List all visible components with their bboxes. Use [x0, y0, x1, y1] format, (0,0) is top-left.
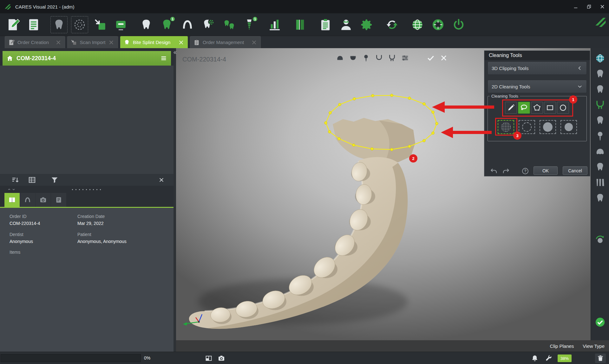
- clamp-pins-icon: [388, 54, 396, 62]
- articulator-button[interactable]: [374, 53, 384, 63]
- synchronize-button[interactable]: [383, 16, 401, 33]
- material-library-button[interactable]: [291, 16, 309, 33]
- tab-close-icon[interactable]: [251, 39, 257, 46]
- line-tool-button[interactable]: [505, 102, 517, 114]
- ok-button[interactable]: OK: [534, 166, 558, 175]
- implant-editor-button[interactable]: 1: [241, 16, 258, 33]
- tab-order-creation[interactable]: Order Creation: [5, 36, 65, 48]
- sort-icon[interactable]: [11, 176, 19, 184]
- split-view-icon[interactable]: [205, 354, 213, 362]
- remove-inside-button[interactable]: [519, 120, 535, 134]
- help-icon[interactable]: ?: [521, 167, 529, 175]
- tab-arch-info[interactable]: [20, 193, 35, 207]
- lasso-tool-button[interactable]: [518, 102, 530, 114]
- order-tree-area[interactable]: [0, 66, 174, 174]
- globe-icon: [411, 18, 424, 31]
- keep-outside-button[interactable]: [540, 120, 556, 134]
- tools-icon[interactable]: [545, 354, 553, 362]
- tab-photos[interactable]: [36, 193, 51, 207]
- orbit-icon: [595, 53, 606, 64]
- tab-close-icon[interactable]: [108, 39, 115, 46]
- shade-view-button[interactable]: [594, 176, 606, 189]
- tooth-view-5-button[interactable]: [594, 161, 606, 173]
- rotate-view-button[interactable]: [594, 233, 606, 246]
- display-options-button[interactable]: [400, 53, 410, 63]
- support-button[interactable]: [429, 16, 447, 33]
- network-button[interactable]: [409, 16, 426, 33]
- tooth-icon: [52, 18, 66, 31]
- bite-lower-button[interactable]: [335, 53, 345, 63]
- trash-button[interactable]: [595, 354, 606, 363]
- tab-close-icon[interactable]: [55, 39, 62, 46]
- undo-icon[interactable]: [490, 167, 498, 175]
- section-2d-cleaning[interactable]: 2D Cleaning Tools: [488, 80, 587, 93]
- settings-button[interactable]: [358, 16, 375, 33]
- confirm-step-button[interactable]: [594, 316, 606, 329]
- new-order-button[interactable]: [4, 16, 22, 33]
- screenshot-icon[interactable]: [218, 354, 225, 362]
- tooth-anatomy-button[interactable]: [138, 16, 155, 33]
- collapse-panel-icon[interactable]: [173, 49, 177, 56]
- statistics-button[interactable]: [266, 16, 283, 33]
- arch-editor-button[interactable]: [179, 16, 196, 33]
- doc-lines-icon: [27, 18, 40, 31]
- order-details-button[interactable]: [317, 16, 334, 33]
- accept-button[interactable]: [426, 53, 435, 63]
- tooth-view-3-button[interactable]: [594, 114, 606, 127]
- tooth-view-2-button[interactable]: [594, 83, 606, 96]
- redo-icon[interactable]: [502, 167, 510, 175]
- shutdown-button[interactable]: [450, 16, 467, 33]
- clear-filter-icon[interactable]: [158, 177, 165, 183]
- stamp-tooth-button[interactable]: [361, 53, 371, 63]
- filter-input[interactable]: [65, 176, 155, 184]
- list-view-icon[interactable]: [28, 176, 36, 184]
- pencil-tool-icon: [507, 104, 515, 112]
- collapse-arrows[interactable]: [8, 188, 15, 191]
- close-button[interactable]: [596, 0, 609, 13]
- clip-planes-button[interactable]: Clip Planes: [550, 343, 574, 349]
- arch-view-button[interactable]: [594, 145, 606, 158]
- tab-scan-import[interactable]: Scan Import: [67, 36, 118, 48]
- order-menu-icon[interactable]: [160, 55, 167, 62]
- articulator-pins-button[interactable]: [387, 53, 397, 63]
- crown-editor-button[interactable]: 1: [158, 16, 175, 33]
- tab-order-info[interactable]: [4, 193, 20, 207]
- tooth-view-1-button[interactable]: [594, 67, 606, 80]
- orbit-view-button[interactable]: [594, 52, 606, 65]
- panel-splitter-row[interactable]: [0, 186, 174, 193]
- scanner-button[interactable]: [112, 16, 129, 33]
- tooth-view-4-button[interactable]: [594, 130, 606, 142]
- notifications-icon[interactable]: [531, 354, 539, 362]
- scan-surface-select-button[interactable]: [71, 16, 88, 33]
- tooth-settings-button[interactable]: [200, 16, 217, 33]
- tab-order-management[interactable]: Order Management: [190, 36, 261, 48]
- zoom-level-badge[interactable]: 38%: [558, 354, 572, 362]
- section-3d-clipping[interactable]: 3D Clipping Tools: [488, 61, 587, 75]
- restore-button[interactable]: [582, 0, 596, 13]
- polygon-tool-button[interactable]: [531, 102, 543, 114]
- view-type-button[interactable]: View Type: [583, 343, 605, 349]
- discard-button[interactable]: [439, 53, 449, 63]
- panel-splitter[interactable]: [174, 48, 176, 352]
- splitter-handle[interactable]: [71, 189, 102, 190]
- minimize-button[interactable]: [569, 0, 582, 13]
- import-scan-button[interactable]: [92, 16, 109, 33]
- tooth-view-6-button[interactable]: [594, 192, 606, 204]
- bridge-editor-button[interactable]: [220, 16, 237, 33]
- cancel-button[interactable]: Cancel: [563, 166, 587, 175]
- remove-outside-button[interactable]: [498, 120, 514, 134]
- keep-inside-button[interactable]: [560, 120, 577, 134]
- filter-icon[interactable]: [50, 176, 59, 184]
- order-header[interactable]: COM-220314-4: [3, 51, 171, 66]
- tab-notes[interactable]: [51, 193, 66, 207]
- rectangle-tool-button[interactable]: [544, 102, 556, 114]
- technician-profile-button[interactable]: [337, 16, 355, 33]
- tooth-icon: [595, 115, 606, 126]
- order-list-button[interactable]: [25, 16, 42, 33]
- tab-close-icon[interactable]: [178, 39, 184, 46]
- bite-upper-button[interactable]: [348, 53, 358, 63]
- articulator-view-button[interactable]: [594, 99, 606, 111]
- scan-tooth-select-button[interactable]: [50, 16, 68, 33]
- tab-bite-splint-design[interactable]: Bite Splint Design: [120, 36, 188, 48]
- ellipse-tool-button[interactable]: [557, 102, 569, 114]
